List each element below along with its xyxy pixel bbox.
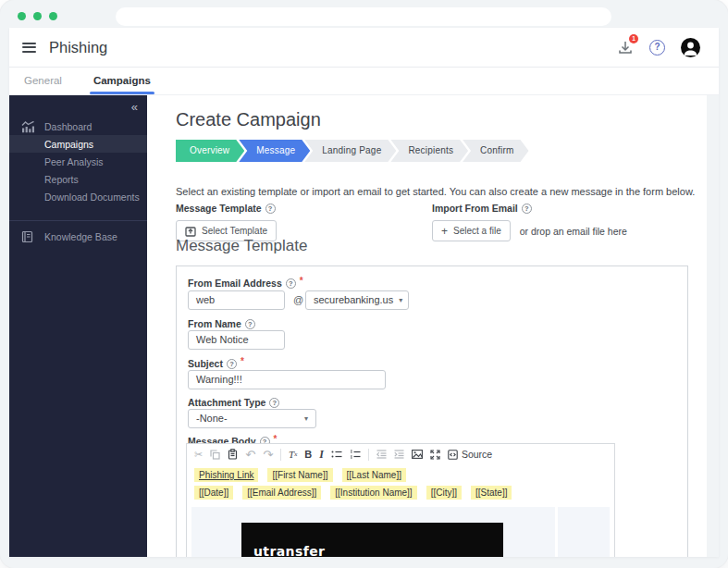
attachment-type-select[interactable]: -None- ▾ xyxy=(188,409,316,428)
from-name-input[interactable]: Web Notice xyxy=(188,330,285,350)
help-tooltip-icon[interactable]: ? xyxy=(286,278,296,289)
top-tab-bar: General Campaigns xyxy=(9,68,719,95)
token-institution-name[interactable]: [[Institution Name]] xyxy=(330,486,416,500)
editor-toolbar: ✂ ↶ ↷ xyxy=(187,444,614,464)
book-icon xyxy=(21,230,33,242)
intro-text: Select an existing template or import an… xyxy=(176,186,695,197)
download-button[interactable]: 1 xyxy=(617,39,634,56)
app-card: Phishing 1 ? General xyxy=(9,28,719,557)
preview-column-seam xyxy=(555,507,558,557)
message-template-label: Message Template xyxy=(176,203,262,214)
bulleted-list-icon[interactable] xyxy=(331,450,342,459)
redo-icon[interactable]: ↷ xyxy=(263,449,273,461)
token-email-address[interactable]: [[Email Address]] xyxy=(242,486,321,500)
wizard-step-overview[interactable]: Overview xyxy=(176,140,244,162)
maximize-icon[interactable] xyxy=(430,450,440,460)
insert-image-icon[interactable] xyxy=(412,450,423,459)
sidebar-item-label: Campaigns xyxy=(44,139,93,150)
token-phishing-link[interactable]: Phishing Link xyxy=(194,468,258,482)
template-icon xyxy=(185,226,196,237)
required-marker: * xyxy=(241,356,244,366)
wizard-step-confirm[interactable]: Confirm xyxy=(463,140,528,162)
sidebar-item-campaigns[interactable]: Campaigns xyxy=(9,135,147,153)
app-header: Phishing 1 ? xyxy=(9,28,719,68)
browser-chrome xyxy=(0,0,728,28)
token-city[interactable]: [[City]] xyxy=(426,486,462,500)
sidebar-divider xyxy=(9,220,147,221)
sidebar-collapse-button[interactable]: « xyxy=(131,100,138,114)
help-tooltip-icon[interactable]: ? xyxy=(245,319,255,329)
token-date[interactable]: [[Date]] xyxy=(194,486,233,500)
token-last-name[interactable]: [[Last Name]] xyxy=(342,468,406,482)
plus-icon: + xyxy=(441,225,448,238)
subject-label: Subject xyxy=(188,358,223,369)
from-email-domain-select[interactable]: securebanking.us ▾ xyxy=(305,290,409,310)
from-email-local-input[interactable]: web xyxy=(188,290,285,310)
required-marker: * xyxy=(300,276,303,286)
address-bar[interactable] xyxy=(116,7,611,26)
menu-icon[interactable] xyxy=(22,40,36,55)
app-title: Phishing xyxy=(49,39,107,56)
toolbar-separator xyxy=(280,449,281,461)
sidebar-item-label: Dashboard xyxy=(44,121,92,132)
remove-format-icon[interactable]: Tx xyxy=(289,450,297,460)
subject-input[interactable]: Warning!!! xyxy=(188,370,386,389)
email-preview: utransfer xyxy=(191,507,610,557)
select-file-button[interactable]: + Select a file xyxy=(432,220,511,241)
help-tooltip-icon[interactable]: ? xyxy=(227,359,237,369)
source-button[interactable]: Source xyxy=(448,450,492,460)
person-icon xyxy=(681,38,700,57)
main-content: Create Campaign Overview Message Landing… xyxy=(147,95,707,557)
wizard-step-message[interactable]: Message xyxy=(239,140,310,162)
tab-general[interactable]: General xyxy=(20,75,66,94)
from-name-label: From Name xyxy=(188,318,241,329)
at-sign: @ xyxy=(293,294,303,305)
help-tooltip-icon[interactable]: ? xyxy=(522,204,532,214)
sidebar: « Dashboard xyxy=(9,95,147,557)
help-tooltip-icon[interactable]: ? xyxy=(265,204,276,214)
page-title: Create Campaign xyxy=(176,109,321,130)
notification-badge: 1 xyxy=(629,34,638,43)
sidebar-item-label: Knowledge Base xyxy=(44,231,117,242)
source-icon xyxy=(448,450,458,460)
sidebar-item-knowledge-base[interactable]: Knowledge Base xyxy=(9,228,147,245)
window-dot-icon xyxy=(49,12,57,20)
from-email-label: From Email Address xyxy=(188,278,282,289)
wizard-step-recipients[interactable]: Recipients xyxy=(390,140,468,162)
brand-banner: utransfer xyxy=(241,523,503,557)
sidebar-item-dashboard[interactable]: Dashboard xyxy=(9,117,147,135)
paste-icon[interactable] xyxy=(228,449,238,460)
chevron-down-icon: ▾ xyxy=(399,291,402,309)
window-dot-icon xyxy=(18,12,26,20)
sidebar-item-download-documents[interactable]: Download Documents xyxy=(9,188,147,205)
scrollbar-track[interactable] xyxy=(707,95,719,557)
section-title: Message Template xyxy=(176,237,307,255)
import-from-email-label: Import From Email xyxy=(432,203,518,214)
brand-logo-text: utransfer xyxy=(253,544,325,557)
dashboard-chart-icon xyxy=(21,120,35,132)
chevron-down-icon: ▾ xyxy=(304,410,308,427)
message-template-form: From Email Address ? * web @ securebanki… xyxy=(176,265,688,557)
required-marker: * xyxy=(274,434,278,444)
drop-hint: or drop an email file here xyxy=(520,226,627,237)
message-body-editor[interactable]: ✂ ↶ ↷ xyxy=(186,443,615,557)
undo-icon[interactable]: ↶ xyxy=(245,449,255,461)
cut-icon[interactable]: ✂ xyxy=(194,450,203,460)
italic-icon[interactable]: I xyxy=(319,449,324,460)
numbered-list-icon[interactable] xyxy=(350,450,361,459)
wizard-step-landing-page[interactable]: Landing Page xyxy=(304,140,396,162)
sidebar-item-label: Reports xyxy=(44,174,79,185)
sidebar-item-reports[interactable]: Reports xyxy=(9,170,147,188)
token-row: Phishing Link [[First Name]] [[Last Name… xyxy=(187,464,614,482)
help-tooltip-icon[interactable]: ? xyxy=(269,398,279,408)
help-icon[interactable]: ? xyxy=(649,40,665,56)
tab-campaigns[interactable]: Campaigns xyxy=(90,75,154,94)
outdent-icon[interactable] xyxy=(376,450,387,459)
indent-icon[interactable] xyxy=(394,450,404,459)
avatar[interactable] xyxy=(681,38,700,57)
token-state[interactable]: [[State]] xyxy=(471,486,512,500)
bold-icon[interactable]: B xyxy=(304,450,312,460)
sidebar-item-peer-analysis[interactable]: Peer Analysis xyxy=(9,153,147,170)
copy-icon[interactable] xyxy=(210,450,220,460)
token-first-name[interactable]: [[First Name]] xyxy=(267,468,332,482)
